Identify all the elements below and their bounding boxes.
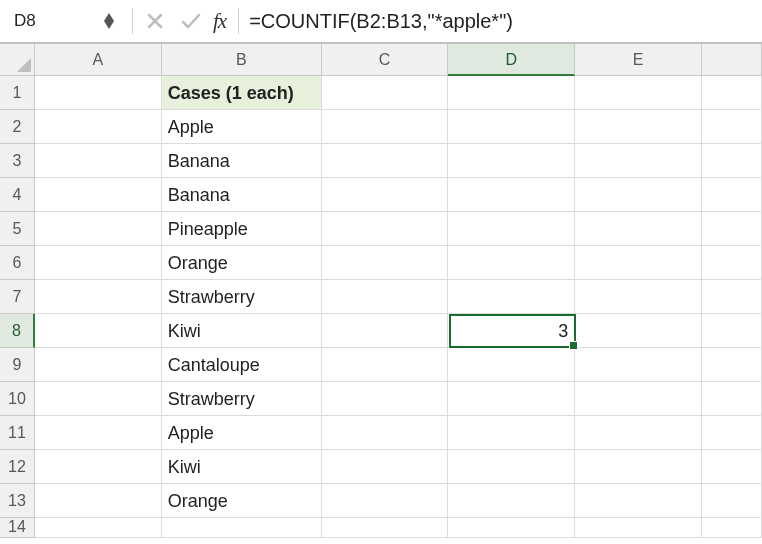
spreadsheet-grid[interactable]: A B C D E 1 Cases (1 each) 2 Apple 3 Ban… — [0, 44, 762, 538]
cell-B10[interactable]: Strawberry — [162, 382, 322, 416]
cell-A2[interactable] — [35, 110, 162, 144]
confirm-button[interactable] — [176, 6, 206, 36]
cell-E10[interactable] — [575, 382, 702, 416]
cell-E7[interactable] — [575, 280, 702, 314]
cell-E14[interactable] — [575, 518, 702, 538]
cell-F7[interactable] — [702, 280, 762, 314]
cell-E12[interactable] — [575, 450, 702, 484]
cell-B2[interactable]: Apple — [162, 110, 322, 144]
cell-A10[interactable] — [35, 382, 162, 416]
col-header-F[interactable] — [702, 44, 762, 76]
row-header-11[interactable]: 11 — [0, 416, 35, 450]
cell-A8[interactable] — [35, 314, 162, 348]
cell-E3[interactable] — [575, 144, 702, 178]
cell-A11[interactable] — [35, 416, 162, 450]
cell-E1[interactable] — [575, 76, 702, 110]
cell-D1[interactable] — [448, 76, 575, 110]
cell-B6[interactable]: Orange — [162, 246, 322, 280]
cell-B3[interactable]: Banana — [162, 144, 322, 178]
cell-A14[interactable] — [35, 518, 162, 538]
name-box[interactable]: D8 — [6, 4, 104, 38]
cell-E6[interactable] — [575, 246, 702, 280]
cell-D12[interactable] — [448, 450, 575, 484]
col-header-B[interactable]: B — [162, 44, 322, 76]
cell-F6[interactable] — [702, 246, 762, 280]
cell-C7[interactable] — [322, 280, 449, 314]
row-header-9[interactable]: 9 — [0, 348, 35, 382]
cell-F5[interactable] — [702, 212, 762, 246]
cell-D9[interactable] — [448, 348, 575, 382]
cell-D10[interactable] — [448, 382, 575, 416]
cell-C12[interactable] — [322, 450, 449, 484]
cell-E9[interactable] — [575, 348, 702, 382]
cell-E2[interactable] — [575, 110, 702, 144]
row-header-2[interactable]: 2 — [0, 110, 35, 144]
cell-D8[interactable]: 3 — [448, 314, 575, 348]
row-header-8[interactable]: 8 — [0, 314, 35, 348]
cell-D3[interactable] — [448, 144, 575, 178]
cell-D5[interactable] — [448, 212, 575, 246]
cell-F4[interactable] — [702, 178, 762, 212]
col-header-C[interactable]: C — [322, 44, 449, 76]
cell-B1[interactable]: Cases (1 each) — [162, 76, 322, 110]
cell-D2[interactable] — [448, 110, 575, 144]
cell-F10[interactable] — [702, 382, 762, 416]
row-header-4[interactable]: 4 — [0, 178, 35, 212]
col-header-A[interactable]: A — [35, 44, 162, 76]
cell-F2[interactable] — [702, 110, 762, 144]
row-header-7[interactable]: 7 — [0, 280, 35, 314]
row-header-6[interactable]: 6 — [0, 246, 35, 280]
cell-C11[interactable] — [322, 416, 449, 450]
select-all-corner[interactable] — [0, 44, 35, 76]
cell-D11[interactable] — [448, 416, 575, 450]
cell-D7[interactable] — [448, 280, 575, 314]
cell-B9[interactable]: Cantaloupe — [162, 348, 322, 382]
cell-B12[interactable]: Kiwi — [162, 450, 322, 484]
row-header-3[interactable]: 3 — [0, 144, 35, 178]
cell-A3[interactable] — [35, 144, 162, 178]
cell-E4[interactable] — [575, 178, 702, 212]
cell-F13[interactable] — [702, 484, 762, 518]
cell-C6[interactable] — [322, 246, 449, 280]
cell-B4[interactable]: Banana — [162, 178, 322, 212]
cell-C3[interactable] — [322, 144, 449, 178]
cell-B11[interactable]: Apple — [162, 416, 322, 450]
cell-A4[interactable] — [35, 178, 162, 212]
cell-A9[interactable] — [35, 348, 162, 382]
cell-A7[interactable] — [35, 280, 162, 314]
cell-C5[interactable] — [322, 212, 449, 246]
cell-F12[interactable] — [702, 450, 762, 484]
cell-C8[interactable] — [322, 314, 449, 348]
cell-D14[interactable] — [448, 518, 575, 538]
cell-B13[interactable]: Orange — [162, 484, 322, 518]
cell-B7[interactable]: Strawberry — [162, 280, 322, 314]
col-header-E[interactable]: E — [575, 44, 702, 76]
row-header-1[interactable]: 1 — [0, 76, 35, 110]
cell-C9[interactable] — [322, 348, 449, 382]
row-header-10[interactable]: 10 — [0, 382, 35, 416]
cell-E5[interactable] — [575, 212, 702, 246]
cell-E11[interactable] — [575, 416, 702, 450]
fx-label[interactable]: fx — [213, 9, 226, 34]
cell-A1[interactable] — [35, 76, 162, 110]
col-header-D[interactable]: D — [448, 44, 575, 76]
cell-A12[interactable] — [35, 450, 162, 484]
row-header-12[interactable]: 12 — [0, 450, 35, 484]
row-header-13[interactable]: 13 — [0, 484, 35, 518]
cell-F1[interactable] — [702, 76, 762, 110]
cell-F11[interactable] — [702, 416, 762, 450]
name-box-stepper[interactable] — [104, 13, 114, 29]
cell-F3[interactable] — [702, 144, 762, 178]
cell-F9[interactable] — [702, 348, 762, 382]
cell-E13[interactable] — [575, 484, 702, 518]
cell-C10[interactable] — [322, 382, 449, 416]
cell-B5[interactable]: Pineapple — [162, 212, 322, 246]
cell-A6[interactable] — [35, 246, 162, 280]
cell-C2[interactable] — [322, 110, 449, 144]
cell-C1[interactable] — [322, 76, 449, 110]
cell-D4[interactable] — [448, 178, 575, 212]
cell-A5[interactable] — [35, 212, 162, 246]
row-header-14[interactable]: 14 — [0, 518, 35, 538]
cell-D13[interactable] — [448, 484, 575, 518]
cell-E8[interactable] — [575, 314, 702, 348]
